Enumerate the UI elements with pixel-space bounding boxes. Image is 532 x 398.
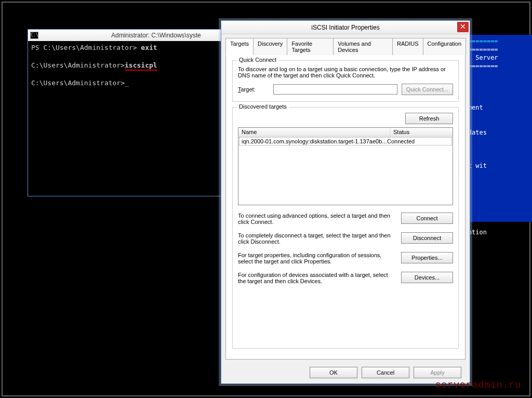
- dialog-title: iSCSI Initiator Properties: [311, 24, 379, 31]
- discovered-targets-group: Discovered targets Refresh Name Status i…: [232, 107, 459, 349]
- tab-pane-targets: Quick Connect To discover and log on to …: [225, 55, 466, 360]
- tab-strip: Targets Discovery Favorite Targets Volum…: [225, 37, 466, 55]
- desktop-background: ws\System32\cm ================ ========…: [2, 2, 530, 396]
- apply-button[interactable]: Apply: [414, 367, 461, 378]
- iscsi-dialog: iSCSI Initiator Properties ✕ Targets Dis…: [221, 20, 470, 384]
- tab-configuration[interactable]: Configuration: [423, 38, 466, 55]
- dialog-titlebar[interactable]: iSCSI Initiator Properties ✕: [221, 21, 470, 34]
- quick-connect-help: To discover and log on to a target using…: [238, 66, 453, 78]
- target-row-name: iqn.2000-01.com.synology:diskstation.tar…: [242, 138, 387, 144]
- quick-connect-group: Quick Connect To discover and log on to …: [232, 60, 459, 102]
- target-list[interactable]: Name Status iqn.2000-01.com.synology:dis…: [238, 127, 453, 205]
- ok-button[interactable]: OK: [310, 367, 357, 378]
- col-name[interactable]: Name: [238, 128, 390, 136]
- disconnect-help: To completely disconnect a target, selec…: [238, 232, 394, 245]
- tab-radius[interactable]: RADIUS: [392, 38, 423, 55]
- properties-help: For target properties, including configu…: [238, 252, 394, 264]
- quick-connect-button[interactable]: Quick Connect...: [402, 84, 453, 95]
- col-status[interactable]: Status: [390, 128, 453, 136]
- quick-connect-title: Quick Connect: [237, 57, 278, 63]
- disconnect-button[interactable]: Disconnect: [401, 232, 453, 244]
- target-row[interactable]: iqn.2000-01.com.synology:diskstation.tar…: [239, 137, 452, 145]
- target-label: Target:: [238, 86, 269, 92]
- connect-help: To connect using advanced options, selec…: [238, 213, 394, 225]
- devices-help: For configuration of devices associated …: [238, 272, 394, 284]
- watermark: serveradmin.ru: [435, 380, 521, 390]
- close-button[interactable]: ✕: [457, 22, 469, 32]
- list-header: Name Status: [238, 128, 453, 137]
- properties-button[interactable]: Properties...: [401, 252, 453, 263]
- tab-favorite-targets[interactable]: Favorite Targets: [287, 38, 334, 55]
- target-input[interactable]: [273, 84, 397, 95]
- discovered-title: Discovered targets: [237, 103, 289, 110]
- cmd-title-text: Administrator: C:\Windows\syste: [111, 32, 201, 39]
- devices-button[interactable]: Devices...: [401, 272, 453, 283]
- refresh-button[interactable]: Refresh: [405, 113, 453, 124]
- tab-volumes-devices[interactable]: Volumes and Devices: [333, 38, 393, 55]
- connect-button[interactable]: Connect: [401, 213, 453, 224]
- cmd-icon: C:\: [30, 32, 38, 39]
- target-row-status: Connected: [387, 138, 449, 144]
- tab-targets[interactable]: Targets: [225, 38, 254, 55]
- tab-discovery[interactable]: Discovery: [253, 38, 287, 55]
- cancel-button[interactable]: Cancel: [362, 367, 409, 378]
